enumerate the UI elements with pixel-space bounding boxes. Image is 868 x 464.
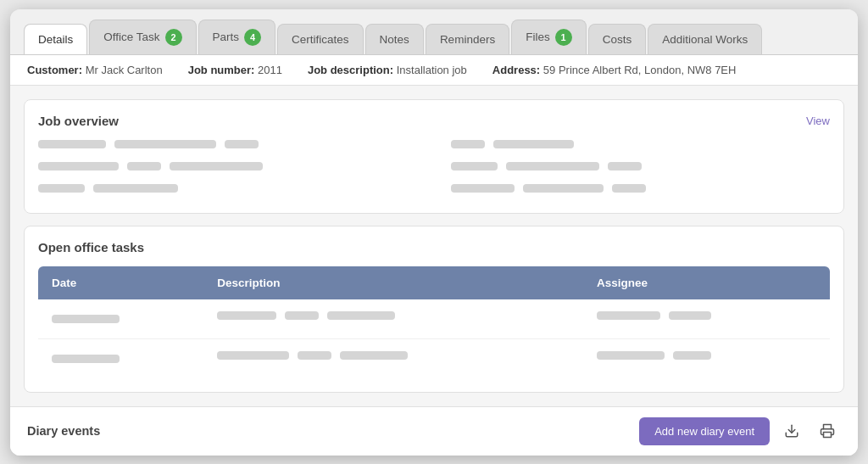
skeleton-row	[38, 184, 417, 193]
job-number-label: Job number:	[188, 64, 255, 76]
open-office-tasks-card: Open office tasks Date Description Assig…	[24, 226, 844, 393]
diary-actions: Add new diary event	[639, 417, 841, 445]
skeleton-block	[597, 311, 660, 320]
skeleton-block	[451, 162, 498, 171]
skeleton-block	[612, 184, 646, 193]
print-icon[interactable]	[814, 417, 841, 444]
tab-costs[interactable]: Costs	[588, 24, 647, 54]
skeleton-block	[93, 184, 178, 193]
tab-reminders[interactable]: Reminders	[426, 24, 509, 54]
col-assignee: Assignee	[583, 266, 830, 299]
tab-certificates[interactable]: Certificates	[277, 24, 364, 54]
diary-events-title: Diary events	[27, 424, 100, 438]
col-date: Date	[38, 266, 203, 299]
tab-parts-label: Parts	[213, 31, 240, 43]
skeleton-block	[451, 184, 515, 193]
skeleton-block	[225, 140, 259, 148]
skeleton-row	[597, 351, 816, 360]
open-office-tasks-title: Open office tasks	[38, 240, 144, 254]
cell-desc-1	[203, 299, 583, 339]
skeleton-block	[52, 315, 120, 323]
skeleton-row	[597, 311, 816, 320]
cell-date-1	[38, 299, 203, 339]
skeleton-block	[217, 351, 289, 360]
table-header-row: Date Description Assignee	[38, 266, 830, 299]
skeleton-block	[52, 355, 120, 363]
job-number-field: Job number: 2011	[188, 64, 282, 76]
skeleton-row	[451, 162, 830, 171]
skeleton-row	[38, 162, 417, 171]
customer-field: Customer: Mr Jack Carlton	[27, 64, 163, 76]
main-body: Job overview View	[10, 86, 858, 406]
skeleton-block	[298, 351, 331, 360]
skeleton-row	[38, 140, 417, 148]
download-icon[interactable]	[778, 417, 805, 444]
open-office-tasks-header: Open office tasks	[38, 240, 830, 254]
tab-details-label: Details	[38, 33, 73, 46]
job-overview-title: Job overview	[38, 114, 119, 128]
add-diary-event-button[interactable]: Add new diary event	[639, 417, 770, 445]
skeleton-block	[608, 162, 642, 171]
job-number-value: 2011	[258, 64, 282, 76]
job-description-value: Installation job	[397, 64, 467, 76]
skeleton-block	[673, 351, 711, 360]
view-link[interactable]: View	[806, 115, 830, 127]
tab-certificates-label: Certificates	[292, 33, 349, 46]
skeleton-row	[217, 311, 570, 320]
skeleton-row	[451, 140, 830, 148]
address-label: Address:	[492, 64, 540, 76]
skeleton-block	[114, 140, 216, 148]
job-overview-header: Job overview View	[38, 114, 830, 128]
diary-bar: Diary events Add new diary event	[10, 406, 858, 456]
overview-col-right	[451, 140, 830, 199]
tab-office-task-label: Office Task	[103, 31, 159, 43]
skeleton-block	[340, 351, 408, 360]
tab-office-task[interactable]: Office Task 2	[89, 20, 196, 54]
cell-assignee-2	[583, 338, 830, 378]
tab-parts[interactable]: Parts 4	[198, 20, 276, 54]
tab-additional-works[interactable]: Additional Works	[648, 24, 762, 54]
job-overview-card: Job overview View	[24, 99, 844, 214]
tab-details[interactable]: Details	[24, 24, 87, 54]
address-value: 59 Prince Albert Rd, London, NW8 7EH	[543, 64, 737, 76]
skeleton-block	[127, 162, 161, 171]
tab-costs-label: Costs	[603, 33, 632, 46]
skeleton-block	[523, 184, 604, 193]
task-table: Date Description Assignee	[38, 266, 830, 378]
skeleton-block	[506, 162, 599, 171]
tab-parts-badge: 4	[244, 29, 261, 46]
tab-files[interactable]: Files 1	[511, 20, 587, 54]
cell-desc-2	[203, 338, 583, 378]
skeleton-block	[38, 140, 106, 148]
skeleton-row	[217, 351, 570, 360]
skeleton-block	[170, 162, 263, 171]
skeleton-block	[451, 140, 485, 148]
tab-bar: Details Office Task 2 Parts 4 Certificat…	[10, 9, 858, 54]
skeleton-block	[285, 311, 319, 320]
skeleton-block	[217, 311, 276, 320]
customer-value: Mr Jack Carlton	[86, 64, 163, 76]
skeleton-row	[451, 184, 830, 193]
skeleton-block	[669, 311, 711, 320]
main-window: Details Office Task 2 Parts 4 Certificat…	[10, 9, 858, 456]
address-field: Address: 59 Prince Albert Rd, London, NW…	[492, 64, 737, 76]
skeleton-block	[493, 140, 574, 148]
tab-files-badge: 1	[555, 29, 572, 46]
job-description-label: Job description:	[308, 64, 393, 76]
info-bar: Customer: Mr Jack Carlton Job number: 20…	[10, 55, 858, 86]
skeleton-block	[38, 184, 85, 193]
skeleton-block	[38, 162, 119, 171]
svg-rect-1	[824, 433, 832, 438]
col-description: Description	[203, 266, 583, 299]
job-overview-grid	[38, 140, 830, 199]
table-row	[38, 338, 830, 378]
skeleton-block	[597, 351, 665, 360]
job-description-field: Job description: Installation job	[308, 64, 467, 76]
table-row	[38, 299, 830, 339]
tab-notes[interactable]: Notes	[365, 24, 424, 54]
cell-date-2	[38, 338, 203, 378]
tab-office-task-badge: 2	[165, 29, 182, 46]
skeleton-block	[327, 311, 395, 320]
overview-col-left	[38, 140, 417, 199]
tab-notes-label: Notes	[380, 33, 409, 46]
